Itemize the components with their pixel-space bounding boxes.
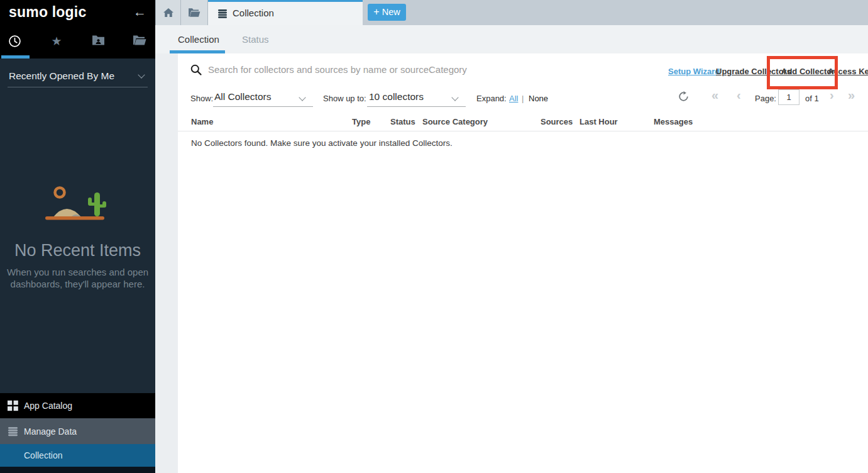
expand-all-link[interactable]: All bbox=[509, 94, 518, 103]
shared-content-folder-icon[interactable] bbox=[91, 35, 105, 48]
content-background: Setup Wizard Upgrade Collectors Add Coll… bbox=[155, 53, 868, 473]
chevron-down-icon[interactable] bbox=[299, 94, 305, 101]
sidebar-item-app-catalog[interactable]: App Catalog bbox=[0, 393, 155, 418]
no-collectors-message: No Collectors found. Make sure you activ… bbox=[191, 138, 453, 148]
limit-filter-dropdown[interactable]: 10 collectors bbox=[369, 91, 424, 103]
column-header-status: Status bbox=[390, 117, 415, 126]
library-open-folder-icon[interactable] bbox=[133, 35, 146, 48]
subtab-status[interactable]: Status bbox=[242, 34, 269, 45]
show-filter-dropdown[interactable]: All Collectors bbox=[214, 91, 271, 103]
column-header-messages: Messages bbox=[654, 117, 693, 126]
logo-bar: sumo logic ← bbox=[0, 0, 155, 25]
first-page-button[interactable]: « bbox=[711, 88, 718, 103]
page-label: Page: bbox=[755, 94, 776, 103]
add-collector-link[interactable]: Add Collector bbox=[781, 67, 835, 76]
database-stack-icon bbox=[8, 426, 18, 437]
table-header-divider bbox=[178, 131, 868, 131]
desert-cactus-illustration bbox=[41, 185, 112, 224]
app-grid-icon bbox=[8, 401, 18, 411]
empty-state-subtitle: When you run searches and open bbox=[0, 267, 155, 277]
access-keys-link[interactable]: Access Keys bbox=[828, 67, 868, 76]
tab-collection[interactable]: Collection bbox=[208, 0, 363, 25]
sidebar-item-manage-data[interactable]: Manage Data bbox=[0, 418, 155, 444]
last-page-button[interactable]: » bbox=[848, 88, 855, 103]
app-window: sumo logic ← ★ Recently Opened By Me bbox=[0, 0, 868, 473]
sidebar-item-label: Manage Data bbox=[24, 426, 77, 437]
empty-state-title: No Recent Items bbox=[0, 241, 155, 260]
sidebar: sumo logic ← ★ Recently Opened By Me bbox=[0, 0, 155, 473]
sumo-logic-logo: sumo logic bbox=[9, 4, 86, 21]
page-number-input[interactable] bbox=[778, 89, 799, 105]
collection-stack-icon bbox=[217, 9, 228, 19]
subtab-bar: Collection Status bbox=[155, 25, 868, 53]
new-button[interactable]: +New bbox=[368, 4, 406, 21]
expand-none-link[interactable]: None bbox=[529, 94, 548, 103]
limit-filter-label: Show up to: bbox=[323, 94, 366, 103]
column-header-source-category: Source Category bbox=[422, 117, 488, 126]
search-input[interactable] bbox=[208, 61, 560, 77]
top-tab-bar: Collection +New bbox=[155, 0, 868, 25]
page-of-text: of 1 bbox=[805, 94, 819, 103]
expand-separator: | bbox=[522, 94, 524, 103]
tab-label: Collection bbox=[233, 8, 274, 18]
home-icon bbox=[163, 8, 173, 18]
new-button-label: New bbox=[382, 7, 400, 17]
recents-clock-icon[interactable] bbox=[8, 35, 21, 48]
plus-icon: + bbox=[373, 6, 379, 17]
home-button[interactable] bbox=[155, 0, 181, 25]
open-folder-icon bbox=[188, 8, 201, 18]
expand-label: Expand: bbox=[476, 94, 507, 103]
sidebar-item-collection[interactable]: Collection bbox=[0, 444, 155, 467]
dropdown-underline bbox=[213, 106, 313, 107]
collection-panel: Setup Wizard Upgrade Collectors Add Coll… bbox=[178, 53, 868, 473]
collapse-sidebar-arrow-icon[interactable]: ← bbox=[133, 4, 146, 19]
sidebar-item-label: Collection bbox=[24, 450, 62, 460]
sidebar-icon-bar: ★ bbox=[0, 25, 155, 58]
column-header-sources: Sources bbox=[541, 117, 573, 126]
next-page-button[interactable]: › bbox=[830, 88, 834, 103]
recent-filter-dropdown[interactable]: Recently Opened By Me bbox=[8, 66, 148, 87]
chevron-down-icon bbox=[138, 71, 145, 78]
refresh-icon bbox=[678, 91, 689, 102]
empty-state-subtitle: dashboards, they'll appear here. bbox=[0, 279, 155, 289]
column-header-name: Name bbox=[191, 117, 213, 126]
library-button[interactable] bbox=[181, 0, 208, 25]
active-nav-underline bbox=[1, 55, 30, 58]
subtab-collection[interactable]: Collection bbox=[178, 34, 219, 45]
show-filter-label: Show: bbox=[190, 94, 213, 103]
sidebar-item-label: App Catalog bbox=[24, 401, 72, 411]
dropdown-underline bbox=[367, 106, 466, 107]
refresh-button[interactable] bbox=[678, 91, 689, 103]
recent-filter-label: Recently Opened By Me bbox=[9, 70, 114, 82]
sidebar-bottom-strip bbox=[0, 467, 155, 473]
chevron-down-icon[interactable] bbox=[451, 94, 458, 101]
column-header-type: Type bbox=[352, 117, 370, 126]
search-icon bbox=[190, 64, 202, 75]
column-header-last-hour: Last Hour bbox=[580, 117, 618, 126]
previous-page-button[interactable]: ‹ bbox=[737, 88, 741, 103]
setup-wizard-link[interactable]: Setup Wizard bbox=[668, 67, 720, 76]
favorites-star-icon[interactable]: ★ bbox=[50, 35, 63, 48]
upgrade-collectors-link[interactable]: Upgrade Collectors bbox=[716, 67, 791, 76]
